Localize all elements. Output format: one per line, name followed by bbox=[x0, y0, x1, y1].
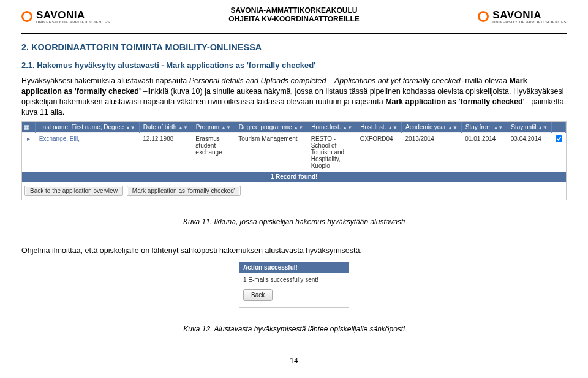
col-from[interactable]: Stay from ▲▼ bbox=[461, 122, 507, 133]
table-actions: Back to the application overview Mark ap… bbox=[22, 182, 566, 200]
text: -rivillä olevaa bbox=[462, 77, 509, 85]
sort-icon: ▲▼ bbox=[493, 125, 503, 130]
col-hostinst[interactable]: Host.Inst. ▲▼ bbox=[356, 122, 402, 133]
back-to-overview-button[interactable]: Back to the application overview bbox=[24, 186, 123, 196]
logo-left: SAVONIA UNIVERSITY OF APPLIED SCIENCES bbox=[21, 6, 110, 27]
table-row: ▸ Exchange, Elli, 12.12.1988 Erasmus stu… bbox=[22, 132, 566, 172]
applications-table: ▦ Last name, First name, Degree ▲▼ Date … bbox=[22, 122, 566, 172]
figure-caption-11: Kuva 11. Ikkuna, jossa opiskelijan hakem… bbox=[21, 217, 567, 226]
sort-icon: ▲▼ bbox=[448, 125, 458, 130]
col-year[interactable]: Academic year ▲▼ bbox=[402, 122, 462, 133]
col-until[interactable]: Stay until ▲▼ bbox=[507, 122, 552, 133]
sort-icon: ▲▼ bbox=[342, 125, 352, 130]
col-checkbox: ▦ bbox=[22, 122, 36, 133]
sort-icon: ▲▼ bbox=[126, 125, 135, 130]
dialog-text: 1 E-mails successfully sent! bbox=[243, 276, 345, 283]
dialog-title: Action successful! bbox=[239, 262, 349, 273]
logo-subtitle: UNIVERSITY OF APPLIED SCIENCES bbox=[492, 20, 567, 24]
applications-table-screenshot: ▦ Last name, First name, Degree ▲▼ Date … bbox=[21, 121, 567, 200]
cell-hostinst: OXFORD04 bbox=[356, 132, 402, 172]
applicant-link[interactable]: Exchange, Elli, bbox=[39, 135, 80, 142]
sort-icon: ▲▼ bbox=[538, 125, 548, 130]
header-divider bbox=[21, 33, 567, 34]
page-number: 14 bbox=[21, 357, 567, 365]
paragraph-2: Ohjelma ilmoittaa, että opiskelijalle on… bbox=[21, 246, 567, 256]
records-found-bar: 1 Record found! bbox=[22, 172, 566, 182]
cell-until: 03.04.2014 bbox=[507, 132, 552, 172]
select-row-checkbox[interactable] bbox=[556, 135, 562, 142]
mark-formally-checked-button[interactable]: Mark application as 'formally checked' bbox=[127, 186, 241, 196]
figure-caption-12: Kuva 12. Alustavasta hyväksymisestä läht… bbox=[21, 325, 567, 333]
col-program[interactable]: Program ▲▼ bbox=[192, 122, 235, 133]
logo-name: SAVONIA bbox=[492, 9, 541, 21]
col-name[interactable]: Last name, First name, Degree ▲▼ bbox=[36, 122, 139, 133]
page-header: SAVONIA UNIVERSITY OF APPLIED SCIENCES S… bbox=[21, 6, 567, 31]
logo-ring-icon bbox=[21, 11, 32, 22]
sort-icon: ▲▼ bbox=[178, 125, 188, 130]
document-icon: ▦ bbox=[24, 124, 29, 130]
subsection-heading: 2.1. Hakemus hyväksytty alustavasti - Ma… bbox=[21, 61, 567, 70]
sort-icon: ▲▼ bbox=[388, 125, 398, 130]
cell-degprog: Tourism Management bbox=[235, 132, 307, 172]
edit-row-icon[interactable]: ▸ bbox=[27, 135, 30, 142]
cell-dob: 12.12.1988 bbox=[139, 132, 192, 172]
cell-homeinst: RESTO - School of Tourism and Hospitalit… bbox=[307, 132, 356, 172]
col-select bbox=[552, 122, 566, 133]
cell-from: 01.01.2014 bbox=[461, 132, 507, 172]
logo-right: SAVONIA UNIVERSITY OF APPLIED SCIENCES bbox=[478, 6, 567, 27]
text: Hyväksyäksesi hakemuksia alustavasti nap… bbox=[21, 77, 189, 85]
col-degprog[interactable]: Degree programme ▲▼ bbox=[235, 122, 307, 133]
cell-program: Erasmus student exchange bbox=[192, 132, 235, 172]
text-italic: Personal details and Uploads completed –… bbox=[189, 77, 462, 85]
section-heading: 2. KOORDINAATTORIN TOIMINTA MOBILITY-ONL… bbox=[21, 42, 567, 52]
logo-name: SAVONIA bbox=[36, 9, 85, 21]
table-header-row: ▦ Last name, First name, Degree ▲▼ Date … bbox=[22, 122, 566, 133]
sort-icon: ▲▼ bbox=[221, 125, 231, 130]
action-successful-screenshot: Action successful! 1 E-mails successfull… bbox=[239, 262, 349, 308]
logo-subtitle: UNIVERSITY OF APPLIED SCIENCES bbox=[36, 20, 110, 24]
col-dob[interactable]: Date of birth ▲▼ bbox=[139, 122, 192, 133]
sort-icon: ▲▼ bbox=[293, 125, 303, 130]
logo-ring-icon bbox=[478, 11, 489, 22]
col-homeinst[interactable]: Home.Inst. ▲▼ bbox=[307, 122, 356, 133]
cell-year: 2013/2014 bbox=[402, 132, 462, 172]
back-button[interactable]: Back bbox=[243, 289, 273, 301]
text-bold: Mark application as 'formally checked' bbox=[385, 97, 525, 106]
intro-paragraph: Hyväksyäksesi hakemuksia alustavasti nap… bbox=[21, 76, 567, 118]
